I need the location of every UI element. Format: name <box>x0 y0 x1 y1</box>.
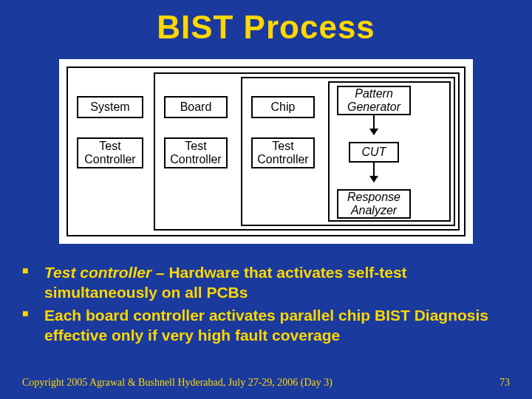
diagram-container: System Board Chip Pattern Generator Test… <box>59 59 473 244</box>
bullet-1-lead: Test controller <box>44 264 151 281</box>
box-board: Board <box>164 96 228 118</box>
diagram-outer-border: System Board Chip Pattern Generator Test… <box>66 66 466 236</box>
arrow-cut-to-ra <box>373 163 375 182</box>
box-cut: CUT <box>349 142 399 163</box>
arrow-pg-to-cut <box>373 115 375 134</box>
box-pattern-generator: Pattern Generator <box>337 86 411 115</box>
footer-copyright: Copyright 2005 Agrawal & Bushnell Hydera… <box>22 377 332 389</box>
box-test-controller-1: Test Controller <box>77 137 143 168</box>
bullet-2: Each board controller activates parallel… <box>40 306 497 346</box>
footer-page-number: 73 <box>499 377 510 389</box>
box-test-controller-2: Test Controller <box>164 137 228 168</box>
box-response-analyzer: Response Analyzer <box>337 189 411 219</box>
bullet-2-rest: Each board controller activates parallel… <box>44 307 488 344</box>
box-test-controller-3: Test Controller <box>251 137 315 168</box>
slide-footer: Copyright 2005 Agrawal & Bushnell Hydera… <box>22 377 510 389</box>
box-system: System <box>77 96 143 118</box>
slide-title: BIST Process <box>0 0 532 46</box>
bullet-1: Test controller – Hardware that activate… <box>40 263 497 303</box>
box-chip: Chip <box>251 96 315 118</box>
bullet-list: Test controller – Hardware that activate… <box>40 263 497 346</box>
